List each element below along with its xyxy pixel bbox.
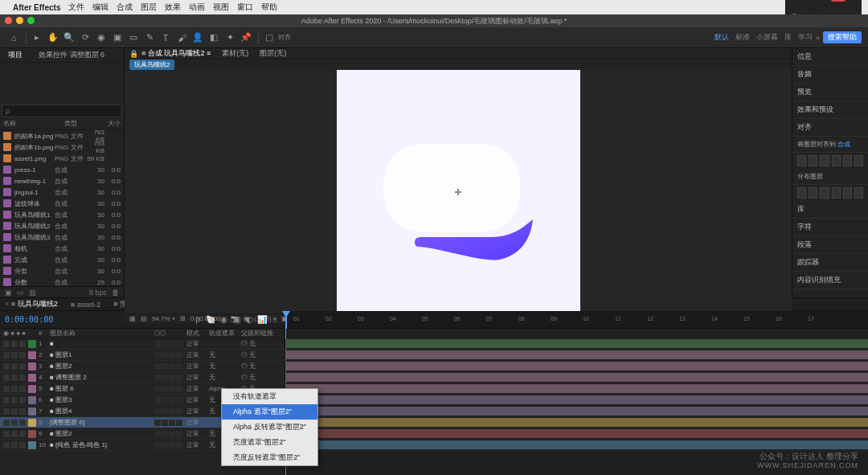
viewer-tab-footage[interactable]: 素材(无) xyxy=(222,48,248,59)
rect-tool-icon[interactable]: ▭ xyxy=(126,31,141,45)
menu-window[interactable]: 窗口 xyxy=(237,2,253,13)
puppet-tool-icon[interactable]: 📌 xyxy=(239,31,253,45)
menu-help[interactable]: 帮助 xyxy=(261,2,277,13)
col-name[interactable]: 名称 xyxy=(3,119,64,129)
menu-edit[interactable]: 编辑 xyxy=(92,2,108,13)
interpret-icon[interactable]: ▣ xyxy=(5,289,12,297)
anchor-tool-icon[interactable]: ▣ xyxy=(110,31,125,45)
col-matte[interactable]: 轨道遮罩 xyxy=(209,329,241,338)
wifi-icon[interactable]: ⧉ xyxy=(818,0,824,2)
menu-comp[interactable]: 合成 xyxy=(117,2,133,13)
brainstorm-icon[interactable]: ☼ xyxy=(269,314,280,326)
align-left-icon[interactable] xyxy=(797,155,806,166)
align-vcenter-icon[interactable] xyxy=(843,155,852,166)
asset-row[interactable]: 玩具鸟嘴线2合成300:0 xyxy=(0,220,124,231)
matte-menu-item[interactable]: 亮度遮罩"图层2" xyxy=(222,435,317,450)
bt-icon[interactable]: ᛒ xyxy=(854,0,858,2)
asset-row[interactable]: newthing-1合成300:0 xyxy=(0,175,124,186)
viewer-tab-comp[interactable]: ■ 合成 玩具鸟嘴线2 ≡ xyxy=(141,48,211,59)
asset-row[interactable]: 分数合成250:0 xyxy=(0,276,124,286)
col-parent[interactable]: 父级和链接 xyxy=(241,329,281,338)
panel-lib[interactable]: 库 xyxy=(792,201,868,219)
clock[interactable]: 周五 下午6:37 xyxy=(808,3,858,12)
stamp-tool-icon[interactable]: 👤 xyxy=(190,31,205,45)
dist-icon[interactable] xyxy=(797,187,806,199)
dist-icon[interactable] xyxy=(809,187,817,199)
brush-tool-icon[interactable]: 🖌 xyxy=(174,31,189,45)
orbit-tool-icon[interactable]: ⟳ xyxy=(78,31,92,45)
workspace-menu-icon[interactable]: » xyxy=(816,34,820,42)
col-size[interactable]: 大小 xyxy=(96,119,121,129)
col-mode[interactable]: 模式 xyxy=(186,329,209,338)
workspace-lib[interactable]: 库 xyxy=(784,32,792,43)
align-hcenter-icon[interactable] xyxy=(809,155,817,166)
track-row[interactable] xyxy=(285,350,868,361)
comp-breadcrumb[interactable]: 玩具鸟嘴线2 xyxy=(129,59,174,70)
asset-row[interactable]: 的副本1b.pngPNG 文件783 KB xyxy=(0,141,124,153)
canvas[interactable] xyxy=(337,70,580,313)
timeline-tab[interactable]: ■ asset-2 xyxy=(71,301,100,309)
menu-file[interactable]: 文件 xyxy=(68,2,84,13)
menu-effect[interactable]: 效果 xyxy=(165,2,181,13)
new-comp-icon[interactable]: ▥ xyxy=(29,289,36,297)
align-top-icon[interactable] xyxy=(832,155,841,166)
frameblend-icon[interactable]: ▣ xyxy=(231,314,242,326)
panel-char[interactable]: 字符 xyxy=(792,219,868,236)
col-type[interactable]: 类型 xyxy=(64,119,96,129)
zoom-tool-icon[interactable]: 🔍 xyxy=(62,31,76,45)
maximize-icon[interactable] xyxy=(27,17,35,24)
layer-row[interactable]: 2■ 图层1正常无◎ 无 xyxy=(0,350,285,361)
rotate-tool-icon[interactable]: ◉ xyxy=(94,31,108,45)
track-row[interactable] xyxy=(285,428,868,440)
track-row[interactable] xyxy=(285,372,868,383)
viewer-tab-layer[interactable]: 图层(无) xyxy=(260,48,286,59)
workspace-learn[interactable]: 学习 xyxy=(798,32,813,43)
track-row[interactable] xyxy=(285,440,868,451)
track-row[interactable] xyxy=(285,417,868,428)
dist-icon[interactable] xyxy=(854,187,863,199)
project-search-input[interactable]: ρ xyxy=(2,104,122,117)
asset-row[interactable]: asset1.pngPNG 文件59 KB xyxy=(0,153,124,164)
asset-row[interactable]: jingsui-1合成300:0 xyxy=(0,186,124,198)
text-tool-icon[interactable]: T xyxy=(158,31,173,45)
track-matte-menu[interactable]: 没有轨道遮罩Alpha 遮罩"图层2"Alpha 反转遮罩"图层2"亮度遮罩"图… xyxy=(221,388,318,466)
dist-icon[interactable] xyxy=(820,187,829,199)
menu-anim[interactable]: 动画 xyxy=(189,2,205,13)
asset-row[interactable]: 玩具鸟嘴线3合成300:0 xyxy=(0,231,124,243)
home-icon[interactable]: ⌂ xyxy=(6,31,21,45)
shy-icon[interactable]: 🐚 xyxy=(205,314,216,326)
motionblur-icon[interactable]: ◐ xyxy=(244,314,255,326)
dist-icon[interactable] xyxy=(843,187,852,199)
align-bottom-icon[interactable] xyxy=(854,155,863,166)
time-ruler[interactable]: 0102030405060708091011121314151617 xyxy=(285,311,868,328)
menu-layer[interactable]: 图层 xyxy=(141,2,157,13)
minimize-icon[interactable] xyxy=(16,17,23,24)
asset-row[interactable]: 分页合成300:0 xyxy=(0,265,124,276)
battery-icon[interactable]: ▮▯ xyxy=(791,3,800,12)
panel-effects[interactable]: 效果和预设 xyxy=(792,101,868,119)
project-tab[interactable]: 项目 xyxy=(5,48,26,62)
timeline-tab[interactable]: × ■ 玩具鸟嘴线2 xyxy=(5,299,58,309)
app-name[interactable]: After Effects xyxy=(13,3,60,12)
align-to-dropdown[interactable]: 合成 xyxy=(837,141,850,148)
track-row[interactable] xyxy=(285,338,868,350)
window-controls[interactable] xyxy=(5,17,35,24)
panel-info[interactable]: 信息 xyxy=(792,48,868,66)
matte-menu-item[interactable]: Alpha 反转遮罩"图层2" xyxy=(222,420,317,435)
draft3d-icon[interactable]: ◉ xyxy=(218,314,229,326)
menu-view[interactable]: 视图 xyxy=(213,2,229,13)
hand-tool-icon[interactable]: ✋ xyxy=(46,31,60,45)
snap-icon[interactable]: ▢ xyxy=(262,31,276,45)
layer-row[interactable]: 4■ 调整图层 2正常无◎ 无 xyxy=(0,372,285,383)
track-row[interactable] xyxy=(285,361,868,372)
matte-menu-item[interactable]: 亮度反转遮罩"图层2" xyxy=(222,450,317,465)
layer-row[interactable]: 1■正常◎ 无 xyxy=(0,338,285,350)
panel-preview[interactable]: 预览 xyxy=(792,84,868,101)
search-comp-icon[interactable]: ρ xyxy=(192,314,203,326)
panel-caf[interactable]: 内容识别填充 xyxy=(792,272,868,289)
col-layername[interactable]: 图层名称 xyxy=(50,329,154,338)
new-folder-icon[interactable]: ▭ xyxy=(17,289,24,297)
panel-align[interactable]: 对齐 xyxy=(792,119,868,137)
workspace-default[interactable]: 默认 xyxy=(714,32,729,43)
snap-label[interactable]: 对齐 xyxy=(278,33,291,42)
